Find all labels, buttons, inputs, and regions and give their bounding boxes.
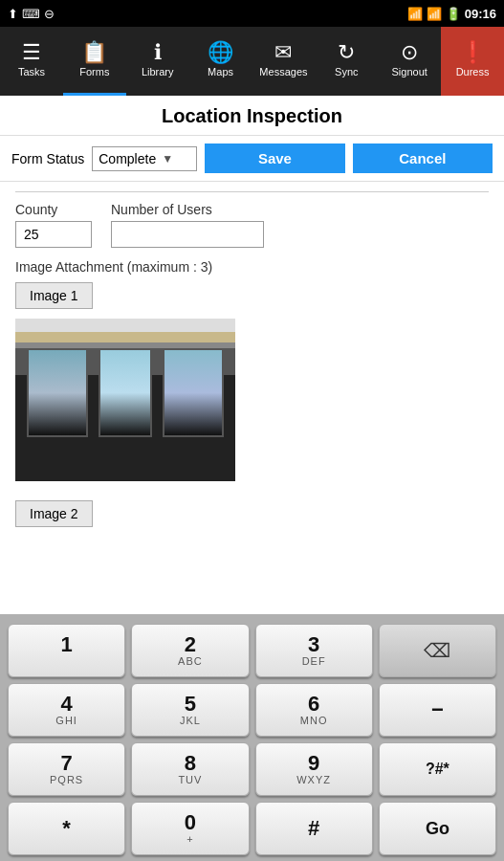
key-8-main: 8 <box>185 753 196 774</box>
key-4[interactable]: 4 GHI <box>8 683 125 737</box>
attachment-label: Image Attachment (maximum : 3) <box>15 259 489 275</box>
key-4-main: 4 <box>61 694 73 715</box>
key-1[interactable]: 1 <box>8 624 125 677</box>
form-status-dropdown[interactable]: Complete ▼ <box>92 146 197 171</box>
key-9-main: 9 <box>308 753 319 774</box>
key-row-3: 7 PQRS 8 TUV 9 WXYZ ?#* <box>8 742 496 796</box>
key-7-sub: PQRS <box>50 774 83 785</box>
key-dash[interactable]: − <box>379 683 496 737</box>
save-button[interactable]: Save <box>205 144 344 173</box>
window-left <box>27 348 88 438</box>
time-display: 09:16 <box>465 7 496 21</box>
key-backspace[interactable]: ⌫ <box>379 624 496 677</box>
key-go[interactable]: Go <box>379 802 496 855</box>
key-6-sub: MNO <box>300 715 328 726</box>
duress-icon: ❗ <box>460 42 486 63</box>
nav-item-duress[interactable]: ❗ Duress <box>441 27 504 96</box>
wifi-icon: 📶 <box>407 7 423 21</box>
key-3-sub: DEF <box>302 655 326 667</box>
county-users-row: County Number of Users <box>15 202 489 248</box>
chevron-down-icon: ▼ <box>162 152 173 166</box>
window-center <box>99 348 151 438</box>
nav-item-forms[interactable]: 📋 Forms <box>63 27 126 96</box>
nav-label-signout: Signout <box>392 66 427 77</box>
status-bar-left: ⬆ ⌨ ⊖ <box>8 7 55 21</box>
usb-icon: ⬆ <box>8 7 18 21</box>
tasks-icon: ☰ <box>22 42 41 63</box>
window-right <box>163 348 224 438</box>
notification-icon: ⊖ <box>44 7 55 21</box>
status-bar: ⬆ ⌨ ⊖ 📶 📶 🔋 09:16 <box>0 0 504 27</box>
image1-button[interactable]: Image 1 <box>15 282 93 309</box>
library-icon: ℹ <box>154 42 162 63</box>
status-bar-right: 📶 📶 🔋 09:16 <box>407 7 496 21</box>
nav-item-messages[interactable]: ✉ Messages <box>252 27 316 96</box>
battery-icon: 🔋 <box>446 7 461 21</box>
key-0-main: 0 <box>185 812 196 833</box>
maps-icon: 🌐 <box>208 42 233 63</box>
key-7-main: 7 <box>61 753 73 774</box>
room-background <box>15 319 235 481</box>
key-special[interactable]: ?#* <box>379 742 496 796</box>
key-star-main: * <box>62 818 71 839</box>
key-row-2: 4 GHI 5 JKL 6 MNO − <box>8 683 496 737</box>
form-status-value: Complete <box>99 151 156 166</box>
nav-label-library: Library <box>142 66 174 77</box>
key-2[interactable]: 2 ABC <box>131 624 249 677</box>
key-special-main: ?#* <box>426 762 449 777</box>
key-1-main: 1 <box>61 634 73 655</box>
nav-label-maps: Maps <box>208 66 233 77</box>
key-8[interactable]: 8 TUV <box>131 742 249 796</box>
key-6[interactable]: 6 MNO <box>255 683 373 737</box>
key-5[interactable]: 5 JKL <box>131 683 249 737</box>
keyboard: 1 2 ABC 3 DEF ⌫ 4 GHI 5 JKL 6 MNO − <box>0 614 504 861</box>
nav-label-messages: Messages <box>259 66 307 77</box>
signout-icon: ⊙ <box>401 42 418 63</box>
key-5-sub: JKL <box>180 715 201 726</box>
page-title: Location Inspection <box>0 96 504 136</box>
key-9-sub: WXYZ <box>296 774 331 785</box>
nav-item-signout[interactable]: ⊙ Signout <box>378 27 441 96</box>
key-0[interactable]: 0 + <box>131 802 249 855</box>
key-row-4: * 0 + # Go <box>8 802 496 855</box>
key-star[interactable]: * <box>8 802 125 855</box>
nav-item-tasks[interactable]: ☰ Tasks <box>0 27 63 96</box>
backspace-icon: ⌫ <box>424 639 450 662</box>
key-4-sub: GHI <box>55 715 77 726</box>
nav-label-tasks: Tasks <box>18 66 45 77</box>
form-body: County Number of Users Image Attachment … <box>0 182 504 614</box>
top-nav: ☰ Tasks 📋 Forms ℹ Library 🌐 Maps ✉ Messa… <box>0 27 504 96</box>
content-area: Location Inspection Form Status Complete… <box>0 96 504 614</box>
county-input[interactable] <box>15 221 92 248</box>
key-3-main: 3 <box>308 634 319 655</box>
key-go-main: Go <box>426 820 449 837</box>
county-label: County <box>15 202 92 217</box>
key-hash[interactable]: # <box>255 802 373 855</box>
sync-icon: ↻ <box>338 42 355 63</box>
key-8-sub: TUV <box>178 774 202 785</box>
key-2-sub: ABC <box>178 655 203 667</box>
cancel-button[interactable]: Cancel <box>353 144 493 173</box>
num-users-field-group: Number of Users <box>111 202 264 248</box>
image2-button[interactable]: Image 2 <box>15 500 93 527</box>
nav-item-sync[interactable]: ↻ Sync <box>315 27 378 96</box>
key-1-sub <box>65 655 69 667</box>
nav-item-maps[interactable]: 🌐 Maps <box>189 27 252 96</box>
key-3[interactable]: 3 DEF <box>255 624 373 677</box>
form-status-bar: Form Status Complete ▼ Save Cancel <box>0 136 504 182</box>
key-7[interactable]: 7 PQRS <box>8 742 125 796</box>
key-hash-main: # <box>308 818 319 839</box>
image1-preview <box>15 319 235 481</box>
keyboard-icon: ⌨ <box>22 7 40 21</box>
nav-item-library[interactable]: ℹ Library <box>126 27 189 96</box>
num-users-input[interactable] <box>111 221 264 248</box>
divider <box>15 191 489 192</box>
forms-icon: 📋 <box>81 42 107 63</box>
signal-icon: 📶 <box>427 7 442 21</box>
key-9[interactable]: 9 WXYZ <box>255 742 373 796</box>
key-row-1: 1 2 ABC 3 DEF ⌫ <box>8 624 496 677</box>
nav-label-forms: Forms <box>79 66 109 77</box>
num-users-label: Number of Users <box>111 202 264 217</box>
messages-icon: ✉ <box>274 42 292 63</box>
key-0-sub: + <box>186 833 193 845</box>
